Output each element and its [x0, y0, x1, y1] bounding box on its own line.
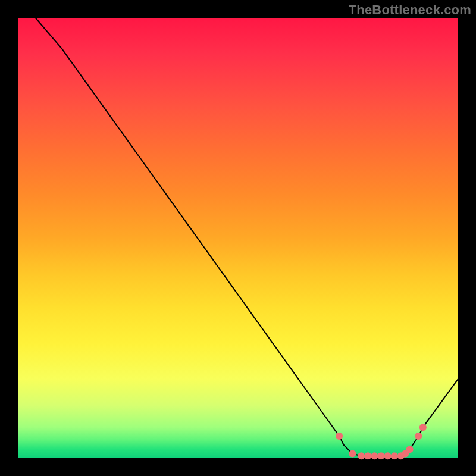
marker-dot: [364, 452, 371, 459]
series-path: [36, 18, 458, 456]
marker-dot: [391, 452, 398, 459]
marker-dot: [384, 452, 392, 459]
marker-dot: [415, 433, 422, 440]
plot-area: [18, 18, 458, 458]
chart-svg: [18, 18, 458, 458]
marker-dot: [336, 433, 343, 440]
marker-dot: [371, 452, 378, 459]
marker-dot: [358, 452, 365, 459]
chart-frame: TheBottleneck.com: [0, 0, 476, 476]
marker-dot: [349, 450, 356, 458]
marker-dot: [406, 446, 414, 453]
marker-dot: [378, 452, 385, 459]
marker-dot: [419, 424, 427, 431]
attribution-text: TheBottleneck.com: [349, 2, 471, 18]
